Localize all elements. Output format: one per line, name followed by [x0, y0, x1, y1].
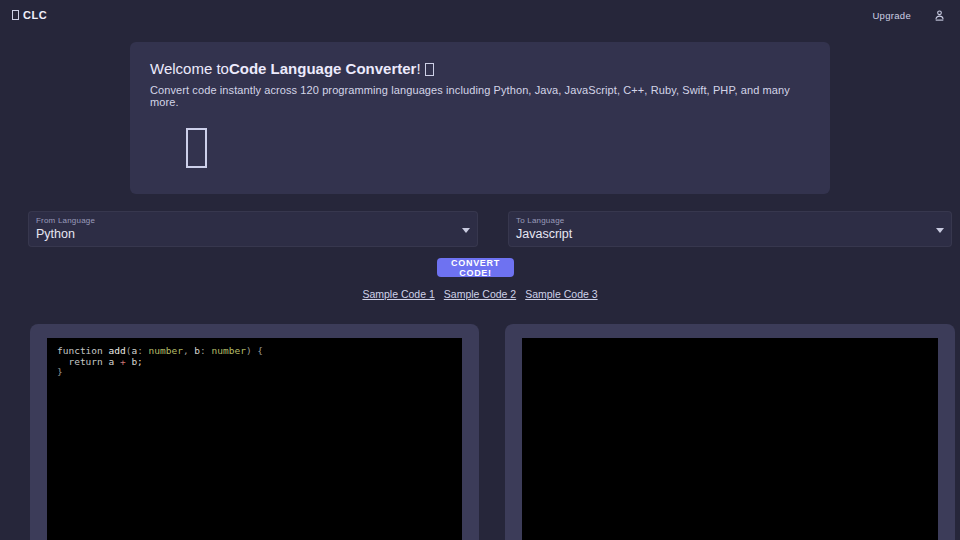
code-token-punct: :: [200, 345, 211, 356]
app-logo[interactable]: CLC: [12, 9, 47, 21]
banner-missing-emoji-icon: [425, 63, 434, 76]
account-button[interactable]: [933, 9, 946, 22]
convert-code-button[interactable]: CONVERT CODE!: [437, 258, 514, 277]
from-language-label: From Language: [36, 216, 469, 225]
banner-title: Welcome to Code Language Converter!: [150, 60, 810, 77]
code-token-punct: }: [57, 366, 63, 377]
to-language-select[interactable]: To Language Javascript: [508, 211, 952, 247]
to-language-value: Javascript: [516, 227, 943, 241]
banner-large-missing-emoji-icon: [186, 128, 207, 168]
welcome-banner: Welcome to Code Language Converter! Conv…: [130, 42, 830, 194]
sample-code-2-link[interactable]: Sample Code 2: [444, 288, 516, 300]
code-token-punct: ,: [183, 345, 194, 356]
code-line: }: [57, 367, 452, 378]
sample-code-1-link[interactable]: Sample Code 1: [362, 288, 434, 300]
chevron-down-icon: [936, 228, 944, 233]
code-token-punct: :: [137, 345, 148, 356]
banner-title-appname: Code Language Converter: [229, 60, 417, 77]
code-line: return a + b;: [57, 357, 452, 368]
logo-missing-emoji-icon: [12, 10, 19, 20]
source-code-panel: function add(a: number, b: number) { ret…: [30, 324, 479, 540]
code-token-param: a: [108, 356, 119, 367]
code-token-type: number: [212, 345, 246, 356]
banner-title-prefix: Welcome to: [150, 60, 229, 77]
code-token-keyword: return: [57, 356, 108, 367]
from-language-select[interactable]: From Language Python: [28, 211, 478, 247]
upgrade-button[interactable]: Upgrade: [872, 10, 911, 21]
code-token-type: number: [149, 345, 183, 356]
chevron-down-icon: [462, 228, 470, 233]
output-code-panel: [505, 324, 955, 540]
code-token-param: b;: [126, 356, 143, 367]
source-code-editor[interactable]: function add(a: number, b: number) { ret…: [47, 338, 462, 540]
header-actions: Upgrade: [872, 9, 946, 22]
sample-links: Sample Code 1 Sample Code 2 Sample Code …: [0, 288, 960, 300]
banner-subtitle: Convert code instantly across 120 progra…: [150, 84, 810, 108]
person-icon: [933, 9, 946, 22]
code-token-function: add: [108, 345, 125, 356]
logo-text: CLC: [23, 9, 47, 21]
sample-code-3-link[interactable]: Sample Code 3: [525, 288, 597, 300]
output-code-editor[interactable]: [522, 338, 938, 540]
to-language-label: To Language: [516, 216, 943, 225]
from-language-value: Python: [36, 227, 469, 241]
app-header: CLC Upgrade: [0, 0, 960, 30]
banner-title-suffix: !: [416, 60, 420, 77]
code-token-punct: ) {: [246, 345, 263, 356]
code-token-keyword: function: [57, 345, 108, 356]
